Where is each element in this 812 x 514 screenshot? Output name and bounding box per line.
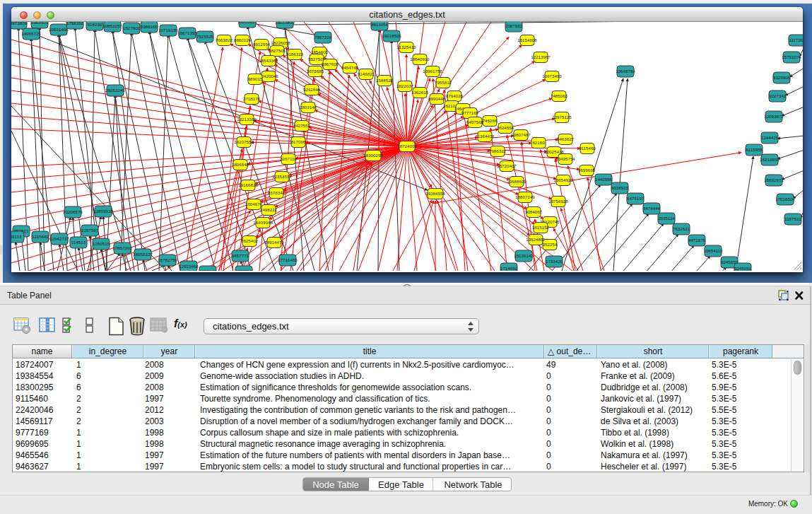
svg-text:11325419: 11325419 [396, 45, 416, 49]
svg-text:18300295: 18300295 [363, 153, 383, 158]
svg-text:10973493: 10973493 [542, 74, 562, 78]
svg-text:114513: 114513 [71, 240, 86, 245]
svg-text:2087682: 2087682 [505, 23, 523, 28]
svg-text:7663822: 7663822 [216, 37, 233, 42]
svg-text:989015: 989015 [248, 76, 263, 81]
svg-text:16961758: 16961758 [423, 69, 442, 74]
svg-text:1297587: 1297587 [81, 228, 99, 233]
svg-text:62160: 62160 [532, 140, 545, 145]
svg-text:9657717: 9657717 [235, 269, 253, 271]
svg-text:14914479: 14914479 [264, 240, 284, 245]
svg-text:8471676: 8471676 [688, 238, 706, 243]
svg-text:15692971: 15692971 [764, 177, 784, 182]
svg-text:817006: 817006 [291, 139, 306, 144]
svg-text:1822037: 1822037 [396, 83, 414, 88]
svg-text:7986322: 7986322 [489, 148, 507, 153]
svg-text:3675685: 3675685 [307, 69, 324, 74]
svg-text:12923468: 12923468 [179, 264, 199, 269]
svg-text:12859928: 12859928 [93, 209, 113, 214]
svg-text:9827505: 9827505 [269, 48, 286, 53]
svg-text:1063501: 1063501 [31, 22, 49, 25]
svg-text:18226058: 18226058 [271, 40, 290, 45]
svg-text:15136141: 15136141 [514, 253, 534, 258]
svg-text:26053346: 26053346 [105, 88, 125, 93]
svg-text:8813054: 8813054 [371, 22, 389, 27]
svg-text:9245051: 9245051 [734, 266, 752, 271]
svg-text:9115460: 9115460 [579, 146, 596, 151]
svg-text:20691406: 20691406 [49, 27, 69, 32]
svg-text:7632621: 7632621 [673, 226, 690, 231]
svg-text:6794028: 6794028 [446, 93, 464, 98]
svg-text:9146821: 9146821 [358, 71, 375, 76]
svg-text:1498222: 1498222 [260, 207, 278, 212]
svg-text:16543362: 16543362 [259, 58, 278, 63]
svg-text:2718176: 2718176 [243, 96, 261, 101]
svg-text:15720407: 15720407 [497, 163, 517, 168]
svg-text:12975125: 12975125 [552, 115, 572, 119]
svg-text:8873809: 8873809 [11, 22, 28, 25]
svg-text:1588520: 1588520 [376, 78, 394, 83]
svg-text:1758350: 1758350 [66, 22, 84, 25]
svg-text:10853257: 10853257 [102, 23, 122, 28]
svg-text:1604674: 1604674 [245, 201, 263, 206]
svg-text:1615152: 1615152 [532, 225, 550, 230]
svg-text:252254: 252254 [543, 242, 558, 247]
svg-text:7957224: 7957224 [314, 35, 332, 40]
svg-text:6966160: 6966160 [141, 24, 158, 29]
svg-text:10719155: 10719155 [158, 28, 178, 33]
svg-text:1440956: 1440956 [595, 177, 613, 182]
svg-text:1806548: 1806548 [232, 162, 249, 167]
svg-text:9777169: 9777169 [461, 110, 479, 115]
svg-text:18640910: 18640910 [410, 57, 430, 62]
svg-text:7625402: 7625402 [241, 238, 259, 243]
svg-text:1527602: 1527602 [123, 25, 141, 30]
svg-text:9084067: 9084067 [525, 209, 543, 214]
svg-text:12942737: 12942737 [49, 236, 69, 241]
svg-text:7485063: 7485063 [551, 93, 568, 98]
svg-text:12213369: 12213369 [237, 117, 257, 122]
svg-text:3267110: 3267110 [280, 156, 297, 161]
svg-text:9657771: 9657771 [232, 253, 249, 258]
svg-text:9463627: 9463627 [557, 136, 575, 141]
svg-text:9474444: 9474444 [643, 206, 661, 211]
svg-text:7955812: 7955812 [435, 80, 452, 85]
svg-text:21364436: 21364436 [475, 134, 495, 139]
svg-text:15751074: 15751074 [782, 54, 801, 59]
svg-text:9329906: 9329906 [773, 75, 791, 80]
svg-text:19166825: 19166825 [238, 182, 258, 187]
svg-text:8215955: 8215955 [746, 147, 763, 152]
svg-text:8660124: 8660124 [234, 37, 252, 42]
svg-text:10855287: 10855287 [237, 22, 257, 24]
svg-text:1362615: 1362615 [411, 90, 429, 95]
svg-text:1250515: 1250515 [93, 241, 110, 246]
svg-text:8186323: 8186323 [286, 52, 304, 57]
svg-text:17716465: 17716465 [278, 257, 298, 262]
svg-text:13495754: 13495754 [555, 156, 575, 161]
svg-text:1167531: 1167531 [784, 216, 801, 221]
svg-text:19756928: 19756928 [548, 199, 568, 204]
svg-text:12353594: 12353594 [272, 174, 292, 179]
svg-text:8427552: 8427552 [293, 123, 311, 128]
svg-text:18724007: 18724007 [397, 144, 417, 148]
svg-text:16154808: 16154808 [517, 37, 537, 42]
svg-text:2803144: 2803144 [300, 105, 317, 110]
svg-text:8454749: 8454749 [341, 65, 359, 70]
svg-text:16782759: 16782759 [158, 257, 177, 262]
svg-text:18807249: 18807249 [515, 194, 535, 199]
svg-text:16409948: 16409948 [253, 220, 273, 225]
svg-text:12213967: 12213967 [531, 54, 551, 59]
svg-text:16033809: 16033809 [275, 22, 295, 25]
svg-text:17857203: 17857203 [112, 245, 132, 250]
svg-text:16671355: 16671355 [177, 30, 197, 35]
svg-text:10807487: 10807487 [511, 132, 531, 137]
svg-text:7515526: 7515526 [196, 34, 214, 39]
svg-text:1117364: 1117364 [789, 37, 803, 42]
svg-text:1733426: 1733426 [546, 259, 563, 264]
svg-text:8990448: 8990448 [428, 96, 446, 101]
svg-text:10648784: 10648784 [616, 69, 635, 74]
svg-text:16958107: 16958107 [133, 252, 153, 257]
svg-text:2935114: 2935114 [658, 216, 675, 221]
svg-text:918230: 918230 [88, 22, 102, 27]
svg-text:14055725: 14055725 [21, 31, 41, 36]
svg-text:10654112: 10654112 [703, 248, 723, 253]
